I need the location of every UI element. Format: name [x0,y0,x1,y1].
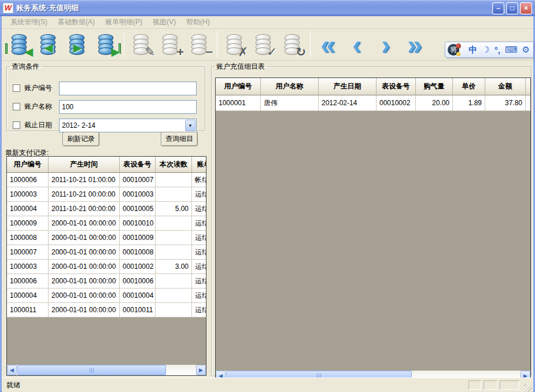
page-prev-button[interactable]: ‹ [342,31,371,58]
table-cell: 1000006 [7,274,49,289]
account-name-checkbox[interactable] [13,103,20,110]
table-row[interactable]: 10000042011-10-21 00:00:00000100055.00运结 [7,202,206,216]
payments-horizontal-scrollbar[interactable]: ◀ ▶ [7,365,206,375]
db-cancel-button[interactable]: ✗ [220,31,249,58]
menu-item-0[interactable]: 系统管理(S) [5,16,53,29]
scroll-left-icon[interactable]: ◀ [7,365,17,375]
ime-settings-gear[interactable]: ⚙ [522,45,530,55]
column-header-2[interactable]: 产生日期 [319,78,377,95]
scroll-right-icon[interactable]: ▶ [196,365,206,375]
table-cell: 1000007 [7,245,49,260]
table-cell: 1000009 [7,216,49,231]
table-cell: 1000011 [7,303,49,317]
scrollbar-thumb[interactable] [17,365,166,375]
recharge-details-group: 账户充值细目表 用户编号用户名称产生日期表设备号购气量单价金额交1000001唐… [211,62,532,376]
table-row[interactable]: 10000042000-01-01 00:00:0000010004运结 [7,289,206,303]
ime-keyboard[interactable]: ⌨ [505,45,518,55]
table-row[interactable]: 10000072000-01-01 00:00:0000010008运结 [7,245,206,260]
table-cell: 2000-01-01 00:00:00 [49,260,120,274]
table-cell: 1000003 [7,260,49,274]
close-button[interactable]: × [520,2,532,14]
nav-bar-icon [5,43,8,54]
minimize-button[interactable]: – [492,2,504,14]
db-next-button[interactable]: ▶ [63,31,92,58]
column-header-7[interactable]: 交 [526,78,530,95]
ime-mode-chinese[interactable]: 中 [468,45,477,56]
resize-grip[interactable] [524,384,532,392]
table-cell [156,231,192,245]
table-cell: 运结 [192,216,206,231]
db-first-button[interactable]: ◀ [5,31,34,58]
column-header-0[interactable]: 用户编号 [216,78,261,95]
table-cell: 00010003 [120,187,156,202]
column-header-3[interactable]: 本次读数 [156,157,192,173]
table-row[interactable]: 10000032011-10-21 00:00:0000010003运结 [7,187,206,202]
page-next-button[interactable]: › [371,31,400,58]
table-row[interactable]: 1000001唐伟2012-02-140001000220.001.8937.8… [216,95,530,111]
table-row[interactable]: 10000082000-01-01 00:00:0000010009运结 [7,231,206,245]
end-date-label: 截止日期 [24,120,60,130]
column-header-5[interactable]: 单价 [453,78,485,95]
refresh-records-button[interactable]: 刷新记录 [62,132,99,146]
query-details-button[interactable]: 查询细目 [161,132,198,146]
menu-item-1[interactable]: 基础数据(A) [53,16,100,29]
table-cell: 运结 [192,274,206,289]
column-header-1[interactable]: 产生时间 [49,157,120,173]
column-header-2[interactable]: 表设备号 [120,157,156,173]
column-header-6[interactable]: 金额 [485,78,526,95]
db-refresh-icon: ↻ [296,46,306,58]
column-header-3[interactable]: 表设备号 [377,78,416,95]
db-prior-button[interactable]: ◀ [34,31,63,58]
toolbar-separator [217,32,217,57]
db-edit-button[interactable]: ✎ [127,31,156,58]
db-insert-button[interactable]: + [156,31,185,58]
window-title: 账务系统-充值明细 [16,3,492,13]
table-cell: 00010009 [120,231,156,245]
ime-fullwidth-moon[interactable]: ☽ [482,45,489,55]
statusbar: 就绪 [2,378,533,392]
column-header-4[interactable]: 购气量 [416,78,453,95]
account-name-input[interactable] [59,100,197,114]
table-cell: 5.00 [156,202,192,216]
table-cell: 运结 [192,303,206,317]
ime-bar: 将 中☽°,⌨⚙ [445,42,533,58]
table-cell: 00010010 [120,216,156,231]
page-last-button[interactable]: » [400,31,429,58]
table-row[interactable]: 10000112000-01-01 00:00:0000010011运结 [7,303,206,317]
maximize-button[interactable]: □ [506,2,518,14]
end-date-combobox[interactable]: 2012- 2-14 ▼ [59,119,197,132]
table-cell: 运结 [192,202,206,216]
table-cell: 1000008 [7,231,49,245]
column-header-4[interactable]: 账单 [192,157,206,173]
table-row[interactable]: 10000032000-01-01 00:00:00000100023.00运结 [7,260,206,274]
ime-punctuation[interactable]: °, [495,45,500,55]
column-header-1[interactable]: 用户名称 [261,78,319,95]
column-header-0[interactable]: 用户编号 [7,157,49,173]
table-cell: 1000004 [7,202,49,216]
table-row[interactable]: 10000092000-01-01 00:00:0000010010运结 [7,216,206,231]
ime-logo-icon[interactable]: 将 [448,44,459,56]
scrollbar-track[interactable] [17,365,196,375]
db-delete-button[interactable]: − [185,31,214,58]
menu-item-4[interactable]: 帮助(H) [181,16,215,29]
table-row[interactable]: 10000062011-10-21 01:00:0000010007帐结 [7,173,206,187]
db-refresh-button[interactable]: ↻ [278,31,307,58]
db-last-button[interactable]: ▶ [92,31,121,58]
table-cell: 唐伟 [261,95,319,111]
table-header-row: 用户编号产生时间表设备号本次读数账单 [7,157,206,173]
end-date-checkbox[interactable] [13,121,20,129]
status-cell [484,380,497,390]
account-id-input[interactable] [59,82,197,95]
table-cell [156,303,192,317]
chevron-down-icon[interactable]: ▼ [185,120,195,131]
menu-item-2[interactable]: 账单明细(P) [100,16,147,29]
db-post-button[interactable]: ✓ [249,31,278,58]
page-first-button[interactable]: « [313,31,342,58]
menu-item-3[interactable]: 视图(V) [147,16,181,29]
table-cell: 1.89 [453,95,485,111]
payments-table: 用户编号产生时间表设备号本次读数账单10000062011-10-21 01:0… [7,157,206,365]
table-row[interactable]: 10000062000-01-01 00:00:0000010006运结 [7,274,206,289]
table-cell: 2000-01-01 00:00:00 [49,289,120,303]
account-id-checkbox[interactable] [13,84,20,92]
account-id-label: 账户编号 [24,83,60,93]
